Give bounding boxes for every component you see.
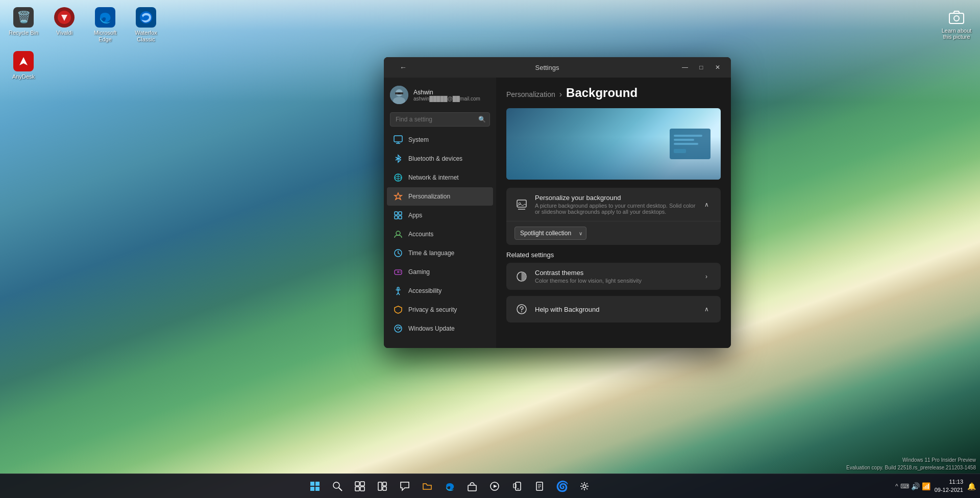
personalize-content: Personalize your background A picture ba…	[535, 194, 700, 215]
personalize-collapse-btn[interactable]	[700, 198, 713, 211]
maximize-button[interactable]: □	[694, 62, 708, 73]
taskbar: 🌀 ^ ⌨ 🔊 📶 11:13 09-12-2021 🔔	[0, 474, 980, 498]
sidebar-item-privacy[interactable]: Privacy & security	[387, 301, 493, 319]
svg-rect-32	[315, 482, 320, 486]
minimize-button[interactable]: —	[678, 62, 692, 73]
notification-icon[interactable]: 🔔	[967, 482, 976, 490]
help-card-row: Help with Background	[506, 296, 721, 322]
svg-rect-39	[355, 487, 359, 491]
sidebar-item-accessibility[interactable]: Accessibility	[387, 282, 493, 300]
accessibility-icon	[393, 286, 403, 296]
svg-line-36	[339, 488, 342, 491]
sidebar-network-label: Network & internet	[408, 174, 459, 181]
desktop-icon-recycle-bin[interactable]: 🗑️ Recycle Bin	[5, 5, 42, 45]
user-name: Ashwin	[413, 89, 480, 96]
svg-rect-17	[399, 216, 402, 219]
close-button[interactable]: ✕	[710, 62, 725, 73]
sidebar-item-personalization[interactable]: Personalization	[387, 187, 493, 206]
notepad-button[interactable]	[529, 476, 550, 496]
chat-button[interactable]	[395, 476, 415, 496]
preview-line-3	[674, 143, 698, 145]
back-button[interactable]: ←	[396, 60, 410, 74]
svg-marker-46	[494, 485, 497, 488]
preview-overlay	[670, 129, 710, 159]
sidebar-gaming-label: Gaming	[408, 268, 430, 276]
system-icon	[393, 135, 403, 145]
sidebar-item-gaming[interactable]: Gaming	[387, 263, 493, 281]
related-settings-title: Related settings	[506, 251, 721, 259]
desktop-icon-anydesk[interactable]: AnyDesk	[5, 49, 42, 82]
keyboard-icon[interactable]: ⌨	[900, 483, 909, 490]
help-title: Help with Background	[535, 306, 700, 313]
background-preview	[506, 108, 721, 180]
recycle-bin-icon: 🗑️	[13, 7, 34, 28]
svg-rect-43	[383, 487, 386, 490]
help-icon	[514, 302, 529, 316]
svg-point-30	[521, 311, 522, 312]
contrast-title: Contrast themes	[535, 269, 700, 277]
store-button[interactable]	[462, 476, 482, 496]
search-icon: 🔍	[478, 116, 486, 123]
contrast-themes-card[interactable]: Contrast themes Color themes for low vis…	[506, 263, 721, 290]
sidebar-item-bluetooth[interactable]: Bluetooth & devices	[387, 150, 493, 168]
sidebar-item-time[interactable]: Time & language	[387, 244, 493, 262]
media-player-button[interactable]	[484, 476, 505, 496]
camera-icon	[946, 7, 967, 28]
task-view-button[interactable]	[350, 476, 370, 496]
preview-line-1	[674, 135, 702, 137]
phone-link-button[interactable]	[507, 476, 527, 496]
page-header: Personalization › Background	[506, 86, 721, 100]
help-collapse-btn[interactable]	[700, 303, 713, 315]
search-input[interactable]	[390, 112, 490, 127]
sidebar-item-network[interactable]: Network & internet	[387, 168, 493, 187]
settings-sidebar: Ashwin ashwin█████@██mail.com 🔍 System	[384, 78, 496, 348]
svg-point-54	[583, 485, 586, 488]
file-explorer-button[interactable]	[417, 476, 437, 496]
anydesk-label: AnyDesk	[12, 73, 35, 80]
sidebar-accounts-label: Accounts	[408, 231, 433, 238]
sidebar-personalization-label: Personalization	[408, 193, 450, 200]
network-sys-icon[interactable]: 📶	[922, 482, 930, 490]
gaming-icon	[393, 267, 403, 277]
desktop-icon-learn-picture[interactable]: Learn about this picture	[938, 5, 975, 42]
sidebar-item-apps[interactable]: Apps	[387, 206, 493, 225]
bluetooth-icon	[393, 154, 403, 164]
svg-rect-42	[383, 482, 386, 486]
widgets-button[interactable]	[372, 476, 393, 496]
svg-point-35	[333, 482, 339, 488]
settings-body: Ashwin ashwin█████@██mail.com 🔍 System	[384, 78, 731, 348]
sidebar-item-accounts[interactable]: Accounts	[387, 225, 493, 243]
settings-nav: ←	[390, 58, 416, 77]
desktop-icon-vivaldi[interactable]: Vivaldi	[46, 5, 83, 45]
taskbar-time[interactable]: 11:13 09-12-2021	[935, 478, 963, 494]
sidebar-apps-label: Apps	[408, 212, 422, 219]
page-title: Background	[566, 86, 638, 100]
desktop: 🗑️ Recycle Bin Vivaldi Microsoft Edge	[0, 0, 980, 498]
edge-taskbar-button[interactable]	[439, 476, 460, 496]
contrast-chevron-right[interactable]: ›	[700, 270, 713, 283]
desktop-icon-edge[interactable]: Microsoft Edge	[87, 5, 124, 45]
sidebar-item-system[interactable]: System	[387, 131, 493, 149]
background-type-dropdown[interactable]: Spotlight collection Picture Solid color…	[514, 227, 586, 240]
desktop-icon-waterfox[interactable]: Waterfox Classic	[128, 5, 164, 45]
settings-taskbar-button[interactable]	[574, 476, 595, 496]
svg-rect-41	[378, 482, 382, 490]
personalize-card-header: Personalize your background A picture ba…	[506, 188, 721, 221]
svg-rect-31	[310, 482, 314, 486]
personalize-icon	[514, 197, 529, 212]
sidebar-item-windows-update[interactable]: Windows Update	[387, 319, 493, 338]
chevron-up-icon[interactable]: ^	[895, 483, 898, 490]
settings-titlebar: ← Settings — □ ✕	[384, 57, 731, 78]
help-content: Help with Background	[535, 306, 700, 313]
desktop-icons-area: 🗑️ Recycle Bin Vivaldi Microsoft Edge	[5, 5, 164, 83]
edge2-button[interactable]: 🌀	[552, 476, 572, 496]
taskbar-search-button[interactable]	[327, 476, 348, 496]
start-button[interactable]	[305, 476, 325, 496]
settings-main-content: Personalization › Background	[496, 78, 731, 348]
volume-icon[interactable]: 🔊	[911, 482, 920, 490]
contrast-themes-row[interactable]: Contrast themes Color themes for low vis…	[506, 263, 721, 290]
personalize-dropdown-row: Spotlight collection Picture Solid color…	[506, 221, 721, 245]
svg-rect-40	[360, 487, 364, 491]
edge-icon	[95, 7, 115, 28]
user-profile[interactable]: Ashwin ashwin█████@██mail.com	[384, 82, 496, 108]
